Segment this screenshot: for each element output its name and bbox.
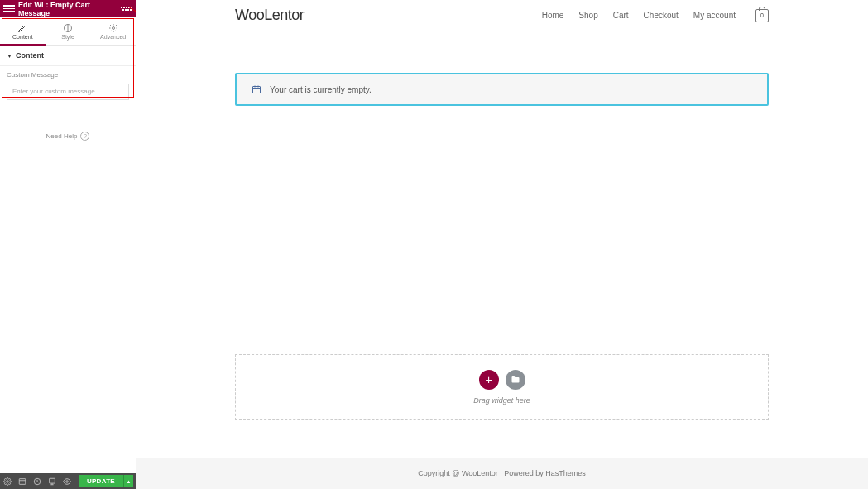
- chevron-down-icon: ▼: [7, 53, 12, 59]
- canvas-body: Your cart is currently empty.: [136, 31, 868, 122]
- section-header-content[interactable]: ▼ Content: [0, 46, 136, 66]
- preview-canvas: WooLentor Home Shop Cart Checkout My acc…: [136, 0, 868, 489]
- drop-hint: Drag widget here: [473, 396, 530, 405]
- empty-cart-widget[interactable]: Your cart is currently empty.: [235, 73, 769, 106]
- nav-account[interactable]: My account: [693, 11, 736, 20]
- primary-nav: Home Shop Cart Checkout My account 0: [542, 9, 769, 22]
- history-icon[interactable]: [30, 473, 45, 489]
- drop-buttons: +: [479, 370, 525, 390]
- nav-checkout[interactable]: Checkout: [644, 11, 679, 20]
- widgets-grid-icon[interactable]: [121, 7, 132, 11]
- sidebar-footer: UPDATE ▲: [0, 473, 136, 489]
- contrast-icon: [63, 23, 73, 33]
- settings-icon[interactable]: [0, 473, 15, 489]
- menu-icon[interactable]: [3, 5, 15, 12]
- svg-point-1: [112, 26, 114, 29]
- site-footer: Copyright @ WooLentor | Powered by HasTh…: [136, 458, 868, 489]
- gear-icon: [108, 23, 118, 33]
- tab-label: Style: [61, 34, 74, 40]
- cart-bag-icon[interactable]: 0: [755, 9, 769, 22]
- preview-icon[interactable]: [60, 473, 74, 489]
- sidebar-header: Edit WL: Empty Cart Message: [0, 0, 136, 17]
- help-icon: ?: [80, 132, 89, 141]
- nav-cart[interactable]: Cart: [613, 11, 629, 20]
- pencil-icon: [17, 23, 27, 33]
- site-header: WooLentor Home Shop Cart Checkout My acc…: [136, 0, 868, 31]
- calendar-icon: [252, 84, 261, 94]
- tab-label: Advanced: [100, 34, 126, 40]
- custom-message-label: Custom Message: [7, 71, 129, 79]
- footer-text: Copyright @ WooLentor | Powered by HasTh…: [418, 469, 585, 477]
- responsive-icon[interactable]: [45, 473, 60, 489]
- section-title: Content: [16, 51, 44, 60]
- custom-message-input[interactable]: [7, 84, 129, 100]
- nav-shop[interactable]: Shop: [578, 11, 597, 20]
- section-body: Custom Message: [0, 66, 136, 108]
- folder-icon: [511, 375, 520, 385]
- notice-text: Your cart is currently empty.: [270, 85, 372, 94]
- tab-style[interactable]: Style: [46, 17, 91, 45]
- add-section-button[interactable]: +: [479, 370, 499, 390]
- update-dropdown[interactable]: ▲: [123, 475, 133, 487]
- tab-content[interactable]: Content: [0, 17, 46, 45]
- panel-tabs: Content Style Advanced: [0, 17, 136, 46]
- svg-rect-7: [253, 87, 261, 93]
- update-button[interactable]: UPDATE: [79, 475, 123, 487]
- elementor-sidebar: Edit WL: Empty Cart Message Content Styl…: [0, 0, 136, 489]
- svg-point-5: [66, 480, 69, 482]
- template-library-button[interactable]: [506, 370, 525, 390]
- need-help[interactable]: Need Help ?: [0, 132, 136, 141]
- site-logo[interactable]: WooLentor: [235, 7, 304, 24]
- tab-advanced[interactable]: Advanced: [90, 17, 136, 45]
- drop-area[interactable]: + Drag widget here: [235, 354, 769, 420]
- bag-count: 0: [760, 12, 764, 18]
- tab-label: Content: [12, 34, 33, 40]
- help-label: Need Help: [46, 132, 78, 140]
- svg-rect-4: [50, 478, 55, 483]
- navigator-icon[interactable]: [15, 473, 30, 489]
- notice-inner: Your cart is currently empty.: [237, 74, 767, 104]
- widget-title: Edit WL: Empty Cart Message: [18, 1, 121, 17]
- nav-home[interactable]: Home: [542, 11, 564, 20]
- svg-rect-3: [19, 478, 26, 484]
- svg-point-2: [7, 480, 9, 482]
